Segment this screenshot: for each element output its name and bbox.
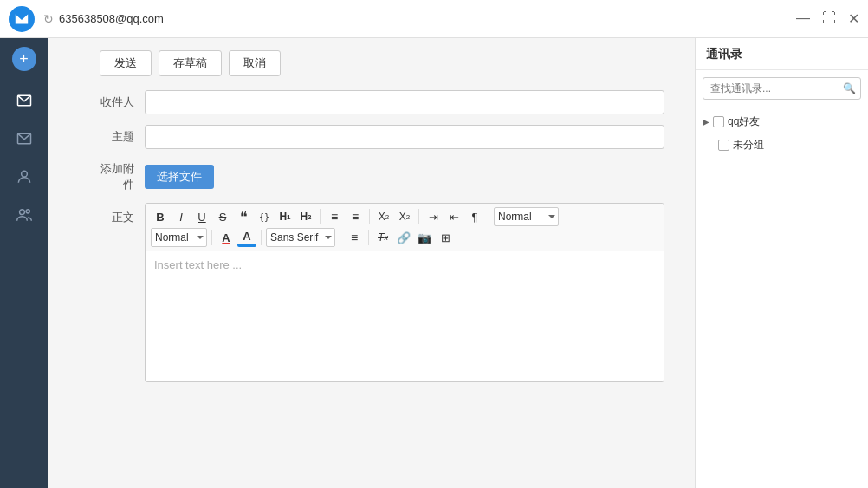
svg-point-4 [26, 210, 29, 213]
subscript-button[interactable]: X2 [374, 207, 393, 226]
subject-row: 主题 [48, 120, 695, 154]
send-button[interactable]: 发送 [100, 50, 152, 76]
main-layout: + [0, 38, 868, 488]
group-checkbox-unassigned[interactable] [718, 140, 729, 151]
bold-button[interactable]: B [151, 207, 170, 226]
contacts-search-input[interactable] [703, 77, 861, 100]
divider1 [320, 209, 321, 224]
editor-content[interactable]: Insert text here ... [146, 251, 664, 381]
quote-button[interactable]: ❝ [234, 207, 253, 226]
editor-placeholder: Insert text here ... [154, 258, 242, 271]
to-row: 收件人 [48, 85, 695, 120]
image-button[interactable]: 📷 [415, 228, 434, 247]
align-button[interactable]: ≡ [345, 228, 364, 247]
divider4 [489, 209, 489, 224]
unordered-list-button[interactable]: ≡ [346, 207, 365, 226]
subject-label: 主题 [100, 129, 134, 145]
svg-point-3 [19, 210, 24, 215]
editor-toolbar: B I U S ❝ {} H1 H2 ≡ ≡ X2 X2 [146, 204, 664, 251]
sidebar-mail-button[interactable] [9, 123, 40, 154]
h2-button[interactable]: H2 [296, 207, 315, 226]
contacts-group-unassigned-header[interactable]: 未分组 [703, 135, 861, 155]
window-title: 635638508@qq.com [59, 12, 796, 25]
draft-button[interactable]: 存草稿 [159, 50, 222, 76]
divider2 [369, 209, 370, 224]
divider3 [418, 209, 419, 224]
font-family-select[interactable]: Sans Serif [266, 228, 335, 247]
italic-button[interactable]: I [172, 207, 191, 226]
font-color-button[interactable]: A [217, 228, 236, 247]
compose-toolbar: 发送 存草稿 取消 [48, 38, 695, 85]
search-icon: 🔍 [843, 82, 856, 94]
cancel-button[interactable]: 取消 [229, 50, 281, 76]
body-row: 正文 B I U S ❝ {} H1 H2 ≡ ≡ [48, 199, 695, 488]
paragraph-button[interactable]: ¶ [465, 207, 484, 226]
contacts-group-qq: ▶ qq好友 [696, 110, 868, 133]
format-select[interactable]: Normal [494, 207, 559, 226]
add-icon: + [19, 50, 29, 68]
code-button[interactable]: {} [255, 207, 274, 226]
mail-icon [16, 130, 33, 147]
editor-container: B I U S ❝ {} H1 H2 ≡ ≡ X2 X2 [145, 203, 664, 382]
editor-toolbar-row2: Normal A A Sans Serif ≡ Tx 🔗 [151, 228, 658, 247]
sidebar-compose-button[interactable] [9, 85, 40, 116]
maximize-button[interactable]: ⛶ [822, 10, 836, 27]
divider6 [261, 230, 262, 245]
indent-right-button[interactable]: ⇥ [424, 207, 443, 226]
close-button[interactable]: ✕ [848, 10, 859, 27]
font-highlight-button[interactable]: A [237, 228, 256, 247]
divider8 [368, 230, 369, 245]
superscript-button[interactable]: X2 [395, 207, 414, 226]
to-label: 收件人 [100, 94, 134, 110]
app-logo [9, 6, 35, 32]
editor-toolbar-row1: B I U S ❝ {} H1 H2 ≡ ≡ X2 X2 [151, 207, 658, 226]
body-label: 正文 [100, 203, 134, 225]
group-label-unassigned: 未分组 [733, 138, 764, 153]
h1-button[interactable]: H1 [275, 207, 295, 226]
refresh-icon[interactable]: ↻ [43, 12, 54, 26]
link-button[interactable]: 🔗 [394, 228, 413, 247]
group-arrow-icon: ▶ [703, 117, 709, 127]
users-icon [16, 206, 33, 224]
group-checkbox-qq[interactable] [713, 116, 724, 127]
strikethrough-button[interactable]: S [213, 207, 232, 226]
attach-label: 添加附件 [100, 161, 134, 192]
compose-icon [16, 92, 33, 109]
email-logo-icon [14, 11, 29, 27]
sidebar-users-button[interactable] [9, 199, 40, 231]
divider7 [340, 230, 340, 245]
content-area: 发送 存草稿 取消 收件人 主题 添加附件 选择文件 正文 B [48, 38, 695, 488]
sidebar-add-button[interactable]: + [12, 47, 36, 71]
clear-format-button[interactable]: Tx [373, 228, 392, 247]
contacts-title: 通讯录 [696, 38, 868, 70]
contacts-group-unassigned: 未分组 [696, 133, 868, 157]
underline-button[interactable]: U [192, 207, 211, 226]
sidebar: + [0, 38, 48, 488]
minimize-button[interactable]: — [796, 10, 810, 27]
font-size-select[interactable]: Normal [151, 228, 207, 247]
attach-row: 添加附件 选择文件 [48, 154, 695, 199]
sidebar-contacts-button[interactable] [9, 161, 40, 192]
contacts-group-qq-header[interactable]: ▶ qq好友 [703, 112, 861, 132]
group-label-qq: qq好友 [728, 114, 760, 129]
subject-input[interactable] [145, 125, 664, 149]
person-icon [16, 168, 33, 185]
table-button[interactable]: ⊞ [436, 228, 455, 247]
titlebar: ↻ 635638508@qq.com — ⛶ ✕ [0, 0, 868, 38]
contacts-list: ▶ qq好友 未分组 [696, 107, 868, 488]
window-controls: — ⛶ ✕ [796, 10, 859, 27]
divider5 [211, 230, 212, 245]
svg-point-2 [21, 171, 27, 177]
to-input[interactable] [145, 90, 664, 114]
indent-left-button[interactable]: ⇤ [444, 207, 463, 226]
contacts-search-area: 🔍 [703, 77, 861, 100]
ordered-list-button[interactable]: ≡ [325, 207, 344, 226]
contacts-panel: 通讯录 🔍 ▶ qq好友 未分组 [695, 38, 868, 488]
choose-file-button[interactable]: 选择文件 [145, 165, 214, 189]
